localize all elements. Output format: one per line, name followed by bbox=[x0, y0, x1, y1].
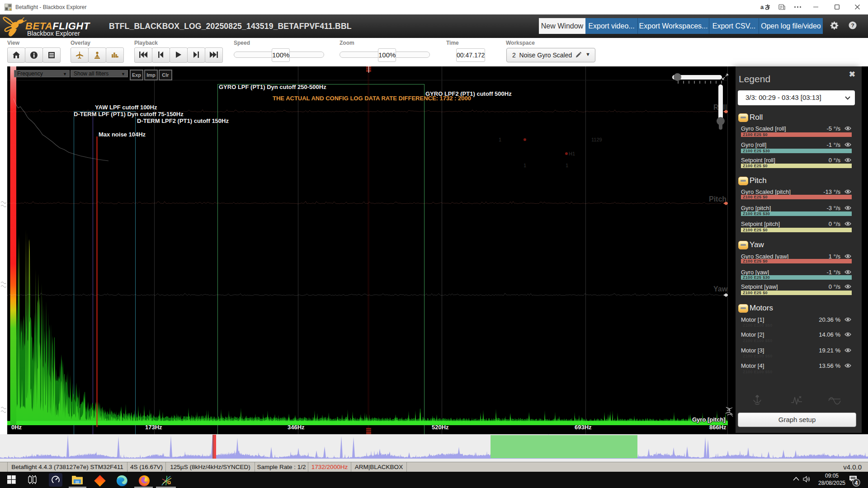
svg-text:1129: 1129 bbox=[591, 137, 602, 142]
svg-text:4: 4 bbox=[855, 480, 858, 486]
svg-text:1: 1 bbox=[566, 163, 568, 168]
svg-text:?: ? bbox=[851, 22, 854, 28]
svg-text:1: 1 bbox=[499, 137, 501, 142]
svg-text:1: 1 bbox=[524, 163, 526, 168]
svg-text:H1: H1 bbox=[569, 151, 575, 156]
